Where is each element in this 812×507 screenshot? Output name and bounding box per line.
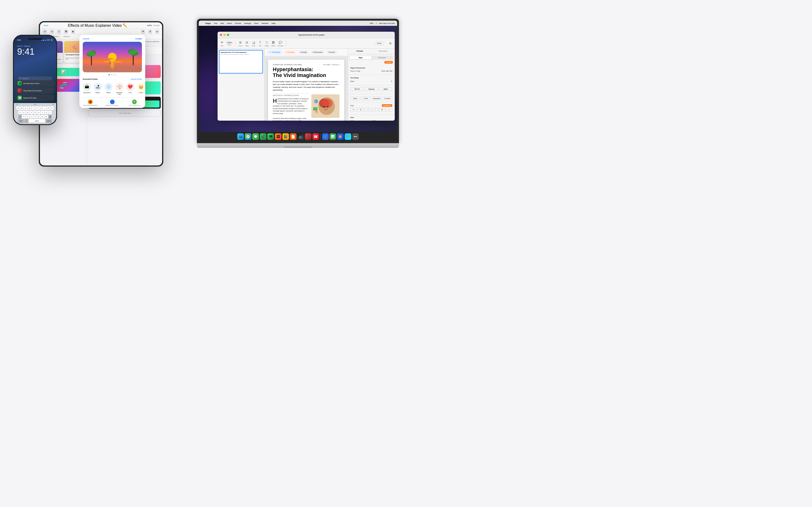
describe-image-button[interactable]: 🖼 DESCRIBE AN IMAGE <box>80 98 101 108</box>
front-btn[interactable]: Front <box>361 97 371 100</box>
dock-finder[interactable]: 🗂 <box>237 133 244 140</box>
modal-dot-4[interactable] <box>115 74 116 75</box>
spacing-btn[interactable]: Spacing <box>365 87 378 91</box>
siri-suggestion-maps[interactable]: 🗺 Get directions Home <box>16 80 54 87</box>
ipad-tab-section3[interactable]: Section 3 <box>63 35 71 39</box>
toolbar-chart-btn[interactable]: 📊 Chart <box>251 40 256 47</box>
key-p[interactable]: P <box>50 106 54 110</box>
show-more-button[interactable]: SHOW MORE <box>131 78 142 80</box>
toolbar-zoom-btn[interactable]: 130% Zoom <box>226 41 233 46</box>
key-y[interactable]: Y <box>35 106 39 110</box>
person-choose-button[interactable]: 👤 PERSON CHOOSE... <box>101 98 123 108</box>
key-b[interactable]: B <box>37 115 40 119</box>
align-mid-btn[interactable]: ⊠ <box>379 108 385 111</box>
key-return[interactable]: return <box>46 119 52 123</box>
menu-insert[interactable]: Insert <box>227 22 232 24</box>
sugg-winter[interactable]: ❄️ Winter <box>104 82 113 95</box>
align-right-btn[interactable]: ⊣ <box>364 108 371 111</box>
key-t[interactable]: T <box>32 106 35 110</box>
sugg-love[interactable]: ❤️ Love <box>126 82 135 95</box>
pages-share-button[interactable]: Share <box>375 41 384 45</box>
ipad-add-idea[interactable]: + ADD NEW IDEA <box>88 110 161 117</box>
dock-more[interactable]: ••• <box>352 133 359 140</box>
tab-style[interactable]: Style <box>350 56 371 59</box>
text-format-icon[interactable]: T <box>57 30 61 34</box>
dock-numbers[interactable]: 📊 <box>329 133 336 140</box>
dock-xcode[interactable]: 🔧 <box>345 133 351 140</box>
modal-dot-1[interactable] <box>109 74 110 75</box>
key-emoji[interactable]: 😊 <box>24 119 28 123</box>
friendly-button[interactable]: Friendly <box>298 50 309 54</box>
siri-suggestion-music[interactable]: 🎵 Play Road Trip Classics <box>16 87 54 94</box>
toolbar-insert-btn[interactable]: ⊞ Insert <box>238 40 243 47</box>
dock-facetime[interactable]: 📹 <box>260 133 266 140</box>
modal-dot-3[interactable] <box>113 74 114 75</box>
back-btn[interactable]: Back <box>350 97 360 100</box>
text-fit-btn[interactable]: Text Fit <box>350 87 364 91</box>
key-space[interactable]: space <box>29 119 45 123</box>
modal-dot-2[interactable] <box>111 74 112 75</box>
toolbar-comment-btn[interactable]: 💬 Comment <box>277 40 283 47</box>
page-thumbnail-1[interactable]: Hyperphantasia: The Vivid Imagination Do… <box>219 50 263 73</box>
key-s[interactable]: S <box>22 111 26 114</box>
dock-tv[interactable]: 📺 <box>297 133 304 140</box>
dock-photos[interactable]: 🖼 <box>275 133 282 140</box>
ipad-back-button[interactable]: ‹ Back <box>43 24 48 26</box>
dock-notes[interactable]: 📓 <box>283 133 289 140</box>
tab-format[interactable]: Format <box>348 49 371 54</box>
menu-file[interactable]: File <box>214 22 217 24</box>
dock-news[interactable]: 📰 <box>312 133 319 140</box>
toolbar-view-btn[interactable]: 👁 View <box>219 40 224 47</box>
key-c[interactable]: C <box>30 115 33 119</box>
key-g[interactable]: G <box>33 111 37 114</box>
siri-search-bar[interactable]: 🔍 Ask Siri... <box>18 76 52 80</box>
dock-pages[interactable]: 📄 <box>290 133 297 140</box>
close-button[interactable] <box>220 34 222 36</box>
key-i[interactable]: I <box>43 106 46 110</box>
dock-music[interactable]: 🎵 <box>305 133 312 140</box>
sugg-crown[interactable]: 👑 Crown <box>137 82 145 95</box>
key-shift[interactable]: ⇧ <box>18 115 21 119</box>
dock-safari[interactable]: 🧭 <box>245 133 251 140</box>
sugg-beach[interactable]: 🏖 Beach <box>94 82 102 95</box>
forward-btn[interactable]: Forward <box>383 97 392 100</box>
key-v[interactable]: V <box>33 115 37 119</box>
menu-edit[interactable]: Edit <box>220 22 224 24</box>
image-insert-icon[interactable]: 🖼 <box>64 30 68 34</box>
minimize-button[interactable] <box>223 34 225 36</box>
fullscreen-button[interactable] <box>227 34 229 36</box>
preview-icon[interactable]: 👁 <box>141 30 145 34</box>
key-h[interactable]: H <box>37 111 40 114</box>
key-z[interactable]: Z <box>22 115 26 119</box>
key-d[interactable]: D <box>26 111 29 114</box>
toolbar-media-btn[interactable]: 🖼 Media <box>271 40 276 47</box>
dock-keynote[interactable]: 🎯 <box>337 133 344 140</box>
key-n[interactable]: N <box>41 115 44 119</box>
menu-arrange[interactable]: Arrange <box>244 22 251 24</box>
key-q[interactable]: Q <box>16 106 20 110</box>
text-wrap-color-dot[interactable]: ● <box>391 80 392 82</box>
toolbar-text-btn[interactable]: T Text <box>257 40 263 47</box>
key-r[interactable]: R <box>28 106 31 110</box>
key-m[interactable]: M <box>45 115 48 119</box>
sugg-baseball[interactable]: ⚾ Baseball Cap <box>115 82 123 95</box>
key-e[interactable]: E <box>24 106 27 110</box>
tab-document[interactable]: Document <box>371 49 395 54</box>
share-icon[interactable]: ⬆ <box>148 30 152 34</box>
key-j[interactable]: J <box>41 111 44 114</box>
menu-window[interactable]: Window <box>261 22 268 24</box>
more-icon[interactable]: ••• <box>155 30 159 34</box>
undo-icon[interactable]: ↩ <box>43 30 47 34</box>
align-center-btn[interactable]: ⊟ <box>357 108 364 111</box>
dock-maps[interactable]: 🗺 <box>267 133 274 140</box>
dock-appstore[interactable]: 🛒 <box>322 133 329 140</box>
menu-view[interactable]: View <box>254 22 258 24</box>
key-l[interactable]: L <box>48 111 52 114</box>
key-123[interactable]: 123 <box>18 119 24 123</box>
tab-document-sub[interactable]: Document <box>371 56 393 59</box>
article-page[interactable]: COGNITIVE SCIENCE COLUMN VOLUME 7, ISSUE… <box>268 60 344 121</box>
key-delete[interactable]: ⌫ <box>48 115 52 119</box>
modal-create-button[interactable]: Create <box>135 38 142 40</box>
menu-format[interactable]: Format <box>235 22 241 24</box>
concise-button[interactable]: Concise <box>326 50 337 54</box>
